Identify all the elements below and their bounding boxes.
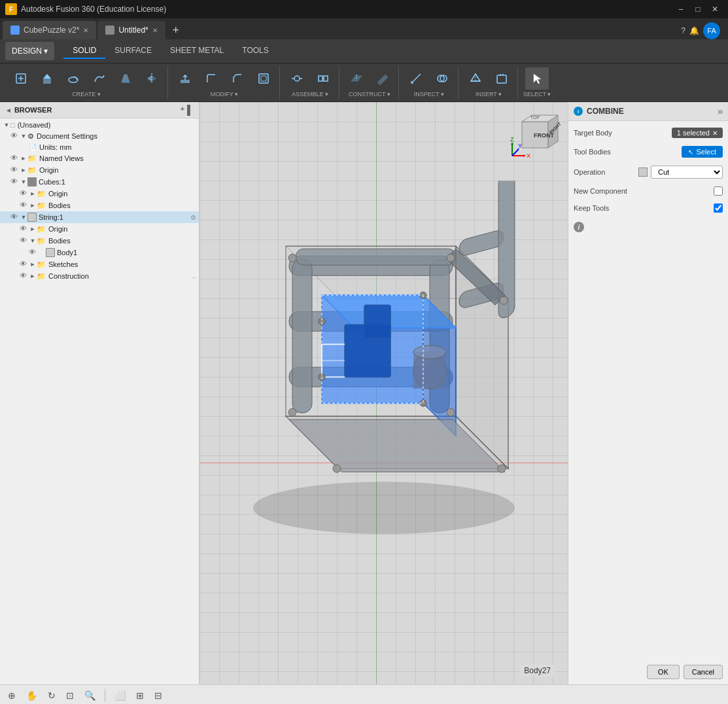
tree-arrow-origin[interactable]: ►: [20, 166, 27, 174]
tool-bodies-select-btn[interactable]: ↖ Select: [682, 146, 723, 158]
notifications-button[interactable]: 🔔: [689, 26, 699, 35]
offset-plane-button[interactable]: [345, 67, 368, 90]
nav-fit-all-btn[interactable]: ⊕: [5, 689, 18, 702]
browser-collapse-btn[interactable]: ▌: [187, 105, 194, 115]
tree-item-construction[interactable]: 👁 ► 📁 Construction ...: [0, 270, 199, 282]
svg-marker-6: [122, 75, 130, 82]
eye-named-views[interactable]: 👁: [10, 154, 20, 163]
nav-snap-settings-btn[interactable]: ⊟: [152, 689, 165, 702]
tree-arrow-doc-settings[interactable]: ▼: [20, 132, 27, 140]
tree-item-string-origin[interactable]: 👁 ► 📁 Origin: [0, 223, 199, 235]
eye-cubes1[interactable]: 👁: [10, 177, 20, 186]
keep-tools-checkbox[interactable]: [714, 203, 723, 213]
new-component-checkbox[interactable]: [714, 186, 723, 196]
nav-pan-btn[interactable]: ✋: [24, 689, 40, 702]
tree-arrow-cubes-bodies[interactable]: ►: [29, 202, 37, 209]
tree-item-string1[interactable]: 👁 ▼ String:1 ⚙: [0, 211, 199, 223]
info-icon[interactable]: i: [574, 222, 584, 232]
angle-plane-button[interactable]: [371, 67, 394, 90]
tree-item-cubes-bodies[interactable]: 👁 ► 📁 Bodies: [0, 200, 199, 211]
toolbar-tab-surface[interactable]: SURFACE: [105, 43, 161, 59]
chamfer-button[interactable]: [226, 67, 249, 90]
tree-item-cubes1[interactable]: 👁 ▼ Cubes:1: [0, 176, 199, 188]
rigid-group-button[interactable]: [311, 67, 335, 90]
tree-item-units[interactable]: 📄 Units: mm: [0, 142, 199, 152]
eye-string1[interactable]: 👁: [10, 213, 20, 222]
loft-button[interactable]: [114, 67, 137, 90]
nav-orbit-btn[interactable]: ↻: [45, 689, 58, 702]
cancel-button[interactable]: Cancel: [684, 665, 723, 679]
close-button[interactable]: ✕: [707, 3, 723, 16]
fillet-button[interactable]: [199, 67, 223, 90]
interference-button[interactable]: [430, 67, 454, 90]
tree-arrow-string-origin[interactable]: ►: [29, 225, 37, 233]
tab-cubepuzzle-close[interactable]: ✕: [83, 27, 88, 34]
minimize-button[interactable]: –: [673, 3, 689, 16]
string1-settings-icon[interactable]: ⚙: [190, 214, 196, 221]
mirror-button[interactable]: [140, 67, 164, 90]
nav-zoom-btn[interactable]: 🔍: [82, 689, 98, 702]
eye-body1[interactable]: 👁: [29, 248, 38, 257]
svg-rect-11: [259, 74, 268, 83]
viewcube[interactable]: FRONT RIGHT TOP X Z Y: [509, 109, 561, 161]
tree-arrow-construction[interactable]: ►: [29, 272, 37, 280]
insert-svg-button[interactable]: [490, 67, 513, 90]
eye-cubes-origin[interactable]: 👁: [20, 189, 29, 198]
new-tab-button[interactable]: +: [167, 21, 185, 39]
nav-grid-settings-btn[interactable]: ⊞: [133, 689, 147, 702]
help-button[interactable]: ?: [681, 26, 685, 35]
tree-arrow-string1[interactable]: ▼: [20, 213, 27, 221]
tree-item-body1[interactable]: 👁 Body1: [0, 247, 199, 258]
viewport[interactable]: FRONT RIGHT TOP X Z Y Body27: [199, 102, 568, 684]
press-pull-button[interactable]: [173, 67, 197, 90]
select-button[interactable]: [525, 67, 549, 90]
shell-button[interactable]: [252, 67, 275, 90]
revolve-button[interactable]: [61, 67, 85, 90]
eye-string-origin[interactable]: 👁: [20, 224, 29, 234]
combine-expand-btn[interactable]: »: [718, 106, 723, 116]
toolbar-tab-tools[interactable]: TOOLS: [233, 43, 277, 59]
design-mode-button[interactable]: DESIGN ▾: [5, 42, 54, 60]
browser-expand-btn[interactable]: +: [181, 105, 184, 115]
tree-item-cubes-origin[interactable]: 👁 ► 📁 Origin: [0, 188, 199, 200]
measure-button[interactable]: [404, 67, 428, 90]
tree-arrow-named-views[interactable]: ►: [20, 154, 27, 162]
tree-item-sketches[interactable]: 👁 ► 📁 Sketches: [0, 258, 199, 270]
tree-arrow-cubes-origin[interactable]: ►: [29, 190, 37, 198]
tree-item-origin[interactable]: 👁 ► 📁 Origin: [0, 164, 199, 176]
extrude-button[interactable]: [35, 67, 59, 90]
eye-doc-settings[interactable]: 👁: [10, 132, 20, 141]
tab-cubepuzzle[interactable]: CubePuzzle v2* ✕: [3, 21, 96, 39]
tree-item-named-views[interactable]: 👁 ► 📁 Named Views: [0, 152, 199, 164]
eye-sketches[interactable]: 👁: [20, 260, 29, 269]
target-body-value: 1 selected ✕: [639, 128, 723, 138]
ok-button[interactable]: OK: [647, 665, 680, 679]
tab-untitled[interactable]: Untitled* ✕: [97, 21, 165, 39]
tree-arrow-string-bodies[interactable]: ▼: [29, 237, 37, 245]
insert-mesh-button[interactable]: [464, 67, 487, 90]
tree-arrow-sketches[interactable]: ►: [29, 260, 37, 268]
tab-untitled-close[interactable]: ✕: [152, 27, 158, 34]
tree-arrow-root[interactable]: ▼: [3, 121, 10, 129]
eye-cubes-bodies[interactable]: 👁: [20, 201, 29, 210]
nav-display-settings-btn[interactable]: ⬜: [112, 689, 128, 702]
sweep-button[interactable]: [88, 67, 111, 90]
tree-item-string-bodies[interactable]: 👁 ▼ 📁 Bodies: [0, 235, 199, 247]
eye-construction[interactable]: 👁: [20, 272, 29, 281]
tree-arrow-cubes1[interactable]: ▼: [20, 178, 27, 186]
eye-string-bodies[interactable]: 👁: [20, 236, 29, 245]
target-body-clear-btn[interactable]: ✕: [712, 130, 718, 137]
user-avatar[interactable]: FA: [703, 22, 720, 39]
tree-item-root[interactable]: ▼ □ (Unsaved): [0, 120, 199, 130]
operation-select[interactable]: Cut Join Intersect: [651, 166, 723, 179]
svg-rect-10: [181, 80, 190, 83]
toolbar-tab-solid[interactable]: SOLID: [63, 43, 105, 59]
eye-origin[interactable]: 👁: [10, 166, 20, 175]
tree-item-doc-settings[interactable]: 👁 ▼ ⚙ Document Settings: [0, 130, 199, 142]
restore-button[interactable]: □: [690, 3, 706, 16]
modify-group-label: MODIFY ▾: [211, 91, 238, 97]
joint-button[interactable]: [285, 67, 309, 90]
toolbar-tab-sheetmetal[interactable]: SHEET METAL: [161, 43, 233, 59]
new-component-button[interactable]: [9, 67, 33, 90]
nav-zoom-window-btn[interactable]: ⊡: [63, 689, 77, 702]
